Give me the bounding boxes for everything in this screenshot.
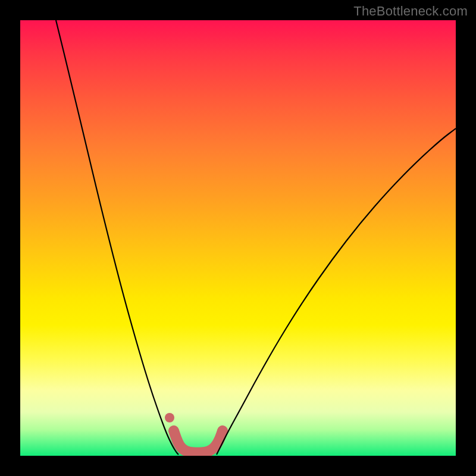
chart-svg: [20, 20, 456, 456]
series-right-arm: [217, 129, 456, 455]
plot-area: [20, 20, 456, 456]
chart-frame: TheBottleneck.com: [0, 0, 476, 476]
series-left-arm: [56, 20, 178, 455]
watermark-text: TheBottleneck.com: [353, 4, 468, 19]
marker-left-dot: [165, 413, 174, 422]
series-group: [56, 20, 456, 455]
series-trough-highlight: [174, 431, 223, 453]
marker-group: [165, 413, 174, 422]
